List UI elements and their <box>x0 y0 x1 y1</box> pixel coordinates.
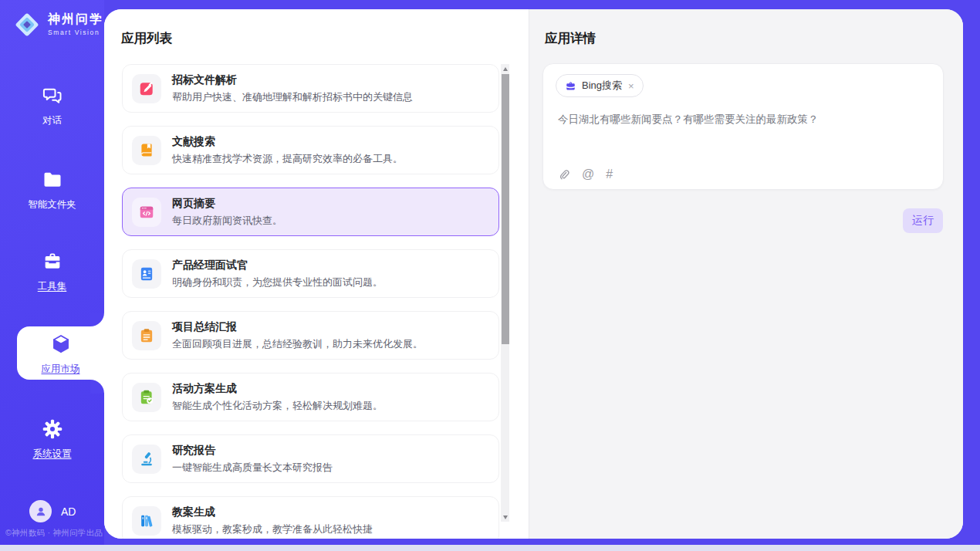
app-card-title: 教案生成 <box>172 505 373 519</box>
user-avatar-icon <box>34 505 48 519</box>
sidebar-item-label: 对话 <box>0 114 104 127</box>
sidebar-item-settings[interactable]: 系统设置 <box>0 418 104 461</box>
clipboard-icon <box>138 327 155 344</box>
app-list-panel: 应用列表 招标文件解析 帮助用户快速、准确地理解和解析招标书中的关键信息 文献搜… <box>104 9 529 539</box>
resume-icon <box>138 265 155 282</box>
run-button[interactable]: 运行 <box>903 208 943 233</box>
sidebar-item-app-market[interactable]: 应用市场 <box>17 326 104 380</box>
user-name: AD <box>61 505 76 518</box>
sidebar-item-label: 工具集 <box>0 280 104 293</box>
tool-tag-bing-search[interactable]: Bing搜索 × <box>556 74 644 97</box>
app-card-title: 文献搜索 <box>172 135 403 149</box>
app-card[interactable]: 产品经理面试官 明确身份和职责，为您提供专业性的面试问题。 <box>122 249 499 298</box>
books-icon <box>138 512 155 529</box>
app-icon-box <box>132 74 161 103</box>
triangle-down-icon <box>503 516 508 519</box>
app-icon-box <box>132 506 161 536</box>
sidebar-item-label: 应用市场 <box>17 363 104 376</box>
app-card[interactable]: 招标文件解析 帮助用户快速、准确地理解和解析招标书中的关键信息 <box>122 64 499 113</box>
app-card-description: 智能生成个性化活动方案，轻松解决规划难题。 <box>172 399 383 413</box>
brand-subtitle: Smart Vision <box>48 29 103 36</box>
app-icon-box <box>132 383 161 412</box>
app-card-title: 活动方案生成 <box>172 382 383 396</box>
composer-toolbar: @ # <box>557 167 613 181</box>
app-icon-box <box>132 445 161 474</box>
microscope-icon <box>138 451 155 468</box>
app-card-description: 每日政府新闻资讯快查。 <box>172 214 282 228</box>
app-card[interactable]: 教案生成 模板驱动，教案秒成，教学准备从此轻松快捷 <box>122 496 499 539</box>
folder-icon <box>42 180 63 193</box>
notch-curve <box>90 313 104 326</box>
avatar <box>29 500 52 522</box>
app-card-description: 全面回顾项目进展，总结经验教训，助力未来优化发展。 <box>172 337 423 351</box>
paperclip-icon[interactable] <box>557 167 570 181</box>
scrollbar-thumb[interactable] <box>502 74 509 344</box>
app-card-description: 一键智能生成高质量长文本研究报告 <box>172 461 333 475</box>
app-card[interactable]: 网页摘要 每日政府新闻资讯快查。 <box>122 188 499 236</box>
sidebar-item-toolbox[interactable]: 工具集 <box>0 251 104 293</box>
copyright-footer: ©神州数码 · 神州问学出品 <box>5 528 104 539</box>
content-area: 应用列表 招标文件解析 帮助用户快速、准确地理解和解析招标书中的关键信息 文献搜… <box>104 9 963 539</box>
app-card[interactable]: 文献搜索 快速精准查找学术资源，提高研究效率的必备工具。 <box>122 126 499 174</box>
sidebar-item-smart-folder[interactable]: 智能文件夹 <box>0 169 104 211</box>
app-icon-box <box>132 259 161 289</box>
brand-name: 神州问学 <box>48 13 103 25</box>
app-card-title: 产品经理面试官 <box>172 259 383 272</box>
app-card-list: 招标文件解析 帮助用户快速、准确地理解和解析招标书中的关键信息 文献搜索 快速精… <box>122 64 499 539</box>
prompt-input[interactable]: 今日湖北有哪些新闻要点？有哪些需要关注的最新政策？ <box>558 112 928 127</box>
book-icon <box>138 142 155 159</box>
app-card[interactable]: 活动方案生成 智能生成个性化活动方案，轻松解决规划难题。 <box>122 373 499 421</box>
app-detail-title: 应用详情 <box>545 30 596 47</box>
tool-tag-label: Bing搜索 <box>582 79 622 93</box>
browser-code-icon <box>138 204 155 221</box>
app-card-description: 快速精准查找学术资源，提高研究效率的必备工具。 <box>172 152 403 166</box>
bottom-strip <box>0 545 980 551</box>
chat-icon <box>42 96 63 109</box>
clipboard-check-icon <box>138 389 155 406</box>
sidebar-item-label: 智能文件夹 <box>0 198 104 211</box>
prompt-card: Bing搜索 × 今日湖北有哪些新闻要点？有哪些需要关注的最新政策？ @ # <box>542 63 944 190</box>
app-card[interactable]: 项目总结汇报 全面回顾项目进展，总结经验教训，助力未来优化发展。 <box>122 311 499 360</box>
app-card-description: 帮助用户快速、准确地理解和解析招标书中的关键信息 <box>172 90 413 104</box>
app-card-description: 模板驱动，教案秒成，教学准备从此轻松快捷 <box>172 522 373 536</box>
notch-curve <box>90 380 104 394</box>
edit-square-icon <box>138 80 155 97</box>
cube-icon <box>50 344 72 357</box>
app-list-title: 应用列表 <box>121 30 172 47</box>
diamond-logo-icon <box>12 10 42 39</box>
sidebar-item-label: 系统设置 <box>0 448 104 461</box>
gear-icon <box>42 429 63 442</box>
triangle-up-icon <box>503 67 508 71</box>
app-card-description: 明确身份和职责，为您提供专业性的面试问题。 <box>172 276 383 289</box>
app-card-title: 网页摘要 <box>172 197 282 211</box>
hash-icon[interactable]: # <box>606 168 613 181</box>
brand-logo: 神州问学 Smart Vision <box>12 10 103 39</box>
at-icon[interactable]: @ <box>582 168 594 181</box>
app-icon-box <box>132 136 161 165</box>
scrollbar[interactable] <box>501 64 509 522</box>
app-icon-box <box>132 198 161 227</box>
sidebar-item-chat[interactable]: 对话 <box>0 85 104 127</box>
app-card-title: 招标文件解析 <box>172 73 413 87</box>
user-row[interactable]: AD <box>29 500 76 522</box>
app-card[interactable]: 研究报告 一键智能生成高质量长文本研究报告 <box>122 434 499 483</box>
close-icon[interactable]: × <box>628 80 634 92</box>
briefcase-icon <box>565 80 576 92</box>
app-card-title: 研究报告 <box>172 444 333 458</box>
app-card-title: 项目总结汇报 <box>172 320 423 334</box>
app-detail-panel: 应用详情 Bing搜索 × 今日湖北有哪些新闻要点？有哪些需要关注的最新政策？ … <box>529 9 963 539</box>
scroll-down-button[interactable] <box>501 512 509 522</box>
toolbox-icon <box>42 262 63 275</box>
scroll-up-button[interactable] <box>501 64 509 73</box>
sidebar: 神州问学 Smart Vision 对话 智能文件夹 工具集 应用市场 系统设置… <box>0 0 104 545</box>
app-icon-box <box>132 321 161 350</box>
